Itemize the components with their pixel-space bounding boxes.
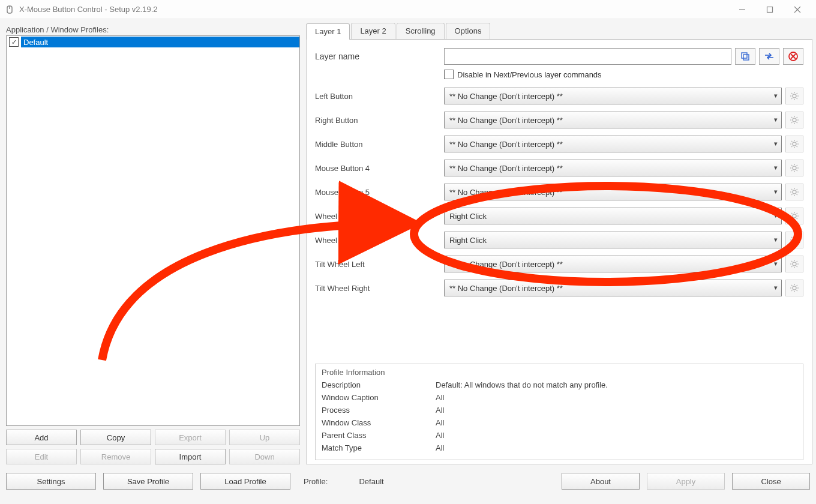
svg-line-17 [797,98,798,100]
svg-rect-7 [743,55,749,60]
pi-process-label: Process [322,406,436,415]
export-button[interactable]: Export [155,430,226,445]
tab-layer1[interactable]: Layer 1 [306,23,350,40]
svg-line-79 [791,261,793,262]
svg-rect-3 [767,7,773,12]
button-label: Wheel Up [315,212,444,221]
import-button[interactable]: Import [155,449,226,464]
pi-caption-label: Window Caption [322,393,436,402]
gear-icon[interactable] [785,112,803,128]
tab-layer2[interactable]: Layer 2 [351,23,395,39]
down-button[interactable]: Down [229,449,300,464]
svg-line-91 [797,285,798,286]
svg-line-88 [791,285,793,286]
button-label: Tilt Wheel Right [315,284,444,293]
settings-button[interactable]: Settings [6,473,96,490]
profile-info-group: Profile Information DescriptionDefault: … [315,364,803,460]
button-combo[interactable]: ** No Change (Don't intercept) ** [444,112,782,128]
svg-line-70 [791,237,793,238]
gear-icon[interactable] [785,232,803,248]
button-combo-value: ** No Change (Don't intercept) ** [449,140,563,149]
button-row-8: Tilt Wheel Right** No Change (Don't inte… [315,280,803,296]
gear-icon[interactable] [785,280,803,296]
button-row-4: Mouse Button 5** No Change (Don't interc… [315,184,803,200]
gear-icon[interactable] [785,256,803,272]
tab-options[interactable]: Options [446,23,491,39]
pi-description-value: Default: All windows that do not match a… [436,380,608,389]
button-combo[interactable]: ** No Change (Don't intercept) ** [444,184,782,200]
svg-line-90 [791,290,793,292]
copy-button[interactable]: Copy [80,430,151,445]
app-icon [5,5,14,14]
gear-icon[interactable] [785,136,803,152]
copy-layer-button[interactable] [735,48,755,65]
svg-line-26 [797,122,798,124]
button-combo[interactable]: ** No Change (Don't intercept) ** [444,136,782,152]
gear-icon[interactable] [785,184,803,200]
gear-icon[interactable] [785,208,803,224]
svg-line-25 [791,117,793,118]
button-combo[interactable]: ** No Change (Don't intercept) ** [444,280,782,296]
svg-point-20 [793,118,796,122]
svg-line-27 [791,122,793,124]
apply-button[interactable]: Apply [647,473,725,490]
svg-line-53 [797,194,798,196]
button-label: Left Button [315,92,444,101]
profile-item-default[interactable]: ✓ Default [7,36,299,48]
minimize-button[interactable] [728,0,756,19]
gear-icon[interactable] [785,160,803,176]
button-row-1: Right Button** No Change (Don't intercep… [315,112,803,128]
about-button[interactable]: About [562,473,640,490]
svg-point-47 [793,190,796,194]
svg-line-19 [797,93,798,94]
up-button[interactable]: Up [229,430,300,445]
button-combo[interactable]: Right Click [444,208,782,224]
titlebar: X-Mouse Button Control - Setup v2.19.2 [0,0,816,19]
svg-line-46 [797,165,798,166]
maximize-button[interactable] [756,0,784,19]
profiles-panel: Application / Window Profiles: ✓ Default… [4,23,302,464]
button-combo-value: ** No Change (Don't intercept) ** [449,164,563,173]
svg-line-73 [797,237,798,238]
profiles-list[interactable]: ✓ Default [6,35,300,426]
reset-layer-button[interactable] [783,48,803,65]
button-combo[interactable]: ** No Change (Don't intercept) ** [444,160,782,176]
disable-layer-checkbox[interactable] [444,70,454,79]
svg-line-37 [797,141,798,142]
svg-line-55 [797,189,798,190]
add-button[interactable]: Add [6,430,77,445]
save-profile-button[interactable]: Save Profile [103,473,193,490]
button-row-7: Tilt Wheel Left** No Change (Don't inter… [315,256,803,272]
button-row-2: Middle Button** No Change (Don't interce… [315,136,803,152]
button-combo-value: Right Click [449,212,487,221]
remove-button[interactable]: Remove [80,449,151,464]
tab-scrolling[interactable]: Scrolling [397,23,445,39]
gear-icon[interactable] [785,88,803,104]
svg-line-63 [791,218,793,220]
edit-button[interactable]: Edit [6,449,77,464]
swap-layer-button[interactable] [759,48,779,65]
pi-description-label: Description [322,380,436,389]
button-combo-value: ** No Change (Don't intercept) ** [449,260,563,269]
load-profile-button[interactable]: Load Profile [200,473,290,490]
button-combo[interactable]: ** No Change (Don't intercept) ** [444,256,782,272]
close-button[interactable] [784,0,811,19]
svg-line-18 [791,98,793,100]
svg-rect-6 [742,53,747,58]
layer-name-input[interactable] [444,48,731,65]
svg-line-89 [797,290,798,292]
profile-checkbox[interactable]: ✓ [9,37,19,47]
svg-point-65 [793,238,796,242]
svg-line-62 [797,218,798,220]
layer-config-panel: Layer 1 Layer 2 Scrolling Options Layer … [306,23,812,464]
button-combo[interactable]: ** No Change (Don't intercept) ** [444,88,782,104]
profile-info-header: Profile Information [322,368,797,377]
profile-item-label: Default [21,37,299,47]
svg-line-82 [797,261,798,262]
pi-match-label: Match Type [322,443,436,452]
svg-line-43 [791,165,793,166]
button-combo[interactable]: Right Click [444,232,782,248]
close-app-button[interactable]: Close [732,473,810,490]
button-combo-value: ** No Change (Don't intercept) ** [449,116,563,125]
disable-layer-label: Disable in Next/Previous layer commands [457,70,602,79]
